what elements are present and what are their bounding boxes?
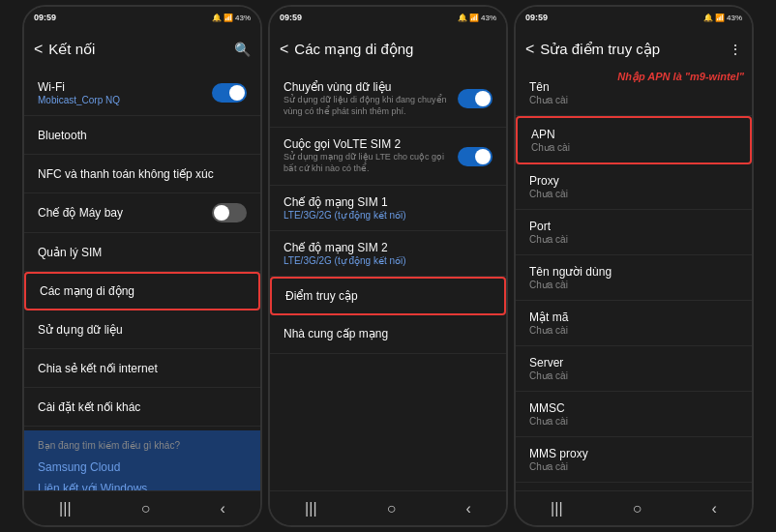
content-2: Chuyển vùng dữ liệu Sử dụng dữ liệu di đ… (270, 71, 506, 490)
mmsc-sub: Chưa cài (529, 416, 568, 427)
proxy-item[interactable]: Proxy Chưa cài (516, 164, 752, 210)
top-bar-1: < Kết nối 🔍 (24, 28, 260, 71)
volte-item[interactable]: Cuộc gọi VoLTE SIM 2 Sử dụng mạng dữ liệ… (270, 128, 506, 185)
status-icons-3: 🔔 📶 43% (703, 14, 742, 22)
more-options-icon[interactable]: ⋮ (729, 42, 742, 57)
mmsproxy-sub: Chưa cài (529, 461, 588, 472)
page-title-3: Sửa điểm truy cập (540, 41, 723, 58)
suggestions-section: Bạn đang tìm kiếm điều gì khác? Samsung … (24, 430, 260, 490)
status-bar-1: 09:59 🔔 📶 🔔 📶 43% 43% (24, 7, 260, 28)
status-bar-2: 09:59 🔔 📶 43% (270, 7, 506, 28)
recent-apps-btn-1[interactable]: ||| (44, 496, 86, 521)
airplane-toggle[interactable] (212, 203, 247, 222)
wifi-item[interactable]: Wi-Fi Mobicast_Corp NQ (24, 71, 260, 116)
status-bar-3: 09:59 🔔 📶 43% (516, 7, 752, 28)
apn-title: Điểm truy cập (285, 289, 358, 303)
server-title: Server (529, 356, 568, 369)
back-nav-btn-3[interactable]: ‹ (697, 496, 732, 521)
proxy-sub: Chưa cài (529, 189, 568, 199)
port-item[interactable]: Port Chưa cài (516, 210, 752, 255)
wifi-toggle[interactable] (212, 83, 247, 103)
hotspot-title: Chia sẻ kết nối internet (38, 362, 158, 375)
proxy-title: Proxy (529, 174, 568, 188)
username-title: Tên người dùng (529, 265, 612, 279)
status-icons-2: 🔔 📶 43% (458, 14, 496, 22)
data-title: Sử dụng dữ liệu (38, 323, 123, 337)
roaming-sub: Sử dụng dữ liệu di động khi đang chuyển … (284, 95, 448, 117)
volte-sub: Sử dụng mạng dữ liệu LTE cho cuộc gọi bấ… (284, 152, 448, 174)
other-settings-item[interactable]: Cài đặt kết nối khác (24, 388, 260, 427)
mobile-networks-item[interactable]: Các mạng di động (24, 272, 260, 310)
mmsproxy-item[interactable]: MMS proxy Chưa cài (516, 437, 752, 483)
back-button-1[interactable]: < (34, 41, 43, 58)
back-nav-btn-2[interactable]: ‹ (451, 496, 487, 521)
data-item[interactable]: Sử dụng dữ liệu (24, 310, 260, 349)
back-button-3[interactable]: < (525, 41, 534, 58)
bottom-nav-1: ||| ○ ‹ (24, 490, 260, 525)
mode1-title: Chế độ mạng SIM 1 (284, 195, 406, 209)
top-bar-2: < Các mạng di động (270, 28, 506, 71)
roaming-item[interactable]: Chuyển vùng dữ liệu Sử dụng dữ liệu di đ… (270, 71, 506, 128)
mmsc-title: MMSC (529, 401, 568, 415)
windows-link[interactable]: Liên kết với Windows (38, 478, 247, 490)
airplane-item[interactable]: Chế độ Máy bay (24, 193, 260, 233)
recent-apps-btn-2[interactable]: ||| (289, 496, 332, 521)
apn-field-sub: Chưa cài (531, 142, 570, 153)
bluetooth-item[interactable]: Bluetooth (24, 116, 260, 155)
phone-1: 09:59 🔔 📶 🔔 📶 43% 43% < Kết nối 🔍 Wi-Fi … (22, 5, 262, 527)
hotspot-item[interactable]: Chia sẻ kết nối internet (24, 349, 260, 388)
wifi-title: Wi-Fi (38, 80, 120, 94)
phone-3: 09:59 🔔 📶 43% < Sửa điểm truy cập ⋮ Nhập… (514, 5, 754, 527)
samsung-cloud-link[interactable]: Samsung Cloud (38, 457, 247, 478)
password-item[interactable]: Mật mã Chưa cài (516, 301, 752, 346)
time-3: 09:59 (525, 13, 548, 22)
username-sub: Chưa cài (529, 280, 612, 290)
mmsproxy-title: MMS proxy (529, 447, 588, 460)
mode1-item[interactable]: Chế độ mạng SIM 1 LTE/3G/2G (tự động kết… (270, 186, 506, 231)
home-btn-2[interactable]: ○ (372, 496, 412, 521)
phone-2: 09:59 🔔 📶 43% < Các mạng di động Chuyển … (268, 5, 508, 527)
apn-item[interactable]: Điểm truy cập (270, 277, 506, 315)
sim-title: Quản lý SIM (38, 246, 102, 259)
home-btn-3[interactable]: ○ (617, 496, 658, 521)
apn-field-item[interactable]: APN Chưa cài (516, 116, 752, 164)
ten-sub: Chưa cài (529, 95, 568, 105)
server-sub: Chưa cài (529, 370, 568, 381)
password-sub: Chưa cài (529, 325, 568, 336)
roaming-title: Chuyển vùng dữ liệu (284, 80, 448, 94)
mode2-item[interactable]: Chế độ mạng SIM 2 LTE/3G/2G (tự động kết… (270, 231, 506, 277)
mode1-sub: LTE/3G/2G (tự động kết nối) (284, 210, 406, 221)
server-item[interactable]: Server Chưa cài (516, 346, 752, 392)
recent-apps-btn-3[interactable]: ||| (535, 496, 578, 521)
search-icon-1[interactable]: 🔍 (234, 42, 251, 57)
home-btn-1[interactable]: ○ (126, 496, 166, 521)
provider-item[interactable]: Nhà cung cấp mạng (270, 315, 506, 354)
content-1: Wi-Fi Mobicast_Corp NQ Bluetooth NFC và … (24, 71, 260, 490)
page-title-2: Các mạng di động (294, 41, 496, 58)
back-button-2[interactable]: < (280, 41, 288, 58)
ten-title: Tên (529, 80, 568, 94)
port-sub: Chưa cài (529, 234, 568, 245)
mmsc-item[interactable]: MMSC Chưa cài (516, 392, 752, 437)
port-title: Port (529, 220, 568, 233)
apn-field-title: APN (531, 128, 570, 141)
back-nav-btn-1[interactable]: ‹ (205, 496, 241, 521)
page-title-1: Kết nối (48, 41, 228, 58)
volte-toggle[interactable] (458, 147, 492, 166)
wifi-sub: Mobicast_Corp NQ (38, 95, 120, 105)
portmms-item[interactable]: Port MMS Chưa cài (516, 483, 752, 490)
bluetooth-title: Bluetooth (38, 129, 87, 142)
sim-item[interactable]: Quản lý SIM (24, 233, 260, 272)
other-title: Cài đặt kết nối khác (38, 400, 140, 414)
bottom-nav-3: ||| ○ ‹ (516, 490, 752, 525)
suggestions-title: Bạn đang tìm kiếm điều gì khác? (38, 440, 247, 451)
roaming-toggle[interactable] (458, 89, 492, 108)
nfc-item[interactable]: NFC và thanh toán không tiếp xúc (24, 155, 260, 193)
status-icons-1: 🔔 📶 🔔 📶 43% 43% (212, 14, 251, 22)
annotation-text: Nhập APN là "m9-wintel" (617, 71, 744, 83)
username-item[interactable]: Tên người dùng Chưa cài (516, 255, 752, 301)
password-title: Mật mã (529, 310, 568, 324)
time-1: 09:59 (34, 13, 56, 22)
content-3: Tên Chưa cài APN Chưa cài Proxy Chưa cài… (516, 71, 752, 490)
bottom-nav-2: ||| ○ ‹ (270, 490, 506, 525)
